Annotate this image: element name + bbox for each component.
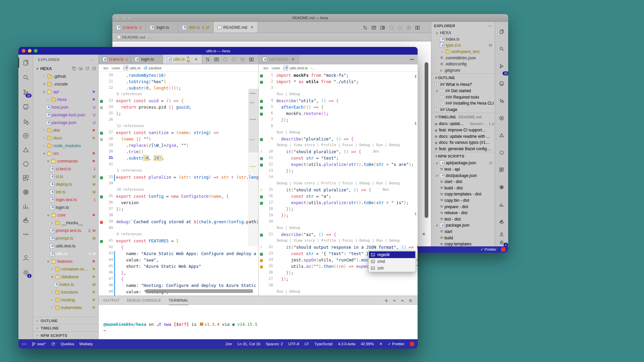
code-line[interactable]: 39 debug(`Cached config stored at ${chal… — [99, 219, 258, 226]
breadcrumb-item[interactable]: {} sanitize — [145, 66, 162, 70]
code-line[interactable]: 20 .randomBytes(16) — [99, 73, 258, 79]
code-line[interactable]: 37 }); — [99, 206, 258, 213]
editor-tab[interactable]: S utils.ts 4, M ✕ — [163, 55, 202, 64]
code-line[interactable]: 6 mockFs.restore(); — [259, 111, 418, 117]
code-line[interactable]: Debug | View story | Profile | Focus | D… — [259, 143, 418, 149]
tree-item[interactable]: S package.json U — [33, 119, 98, 126]
tree-item[interactable]: ∨ api — [33, 88, 98, 96]
panel-tab[interactable]: TERMINAL — [169, 296, 189, 305]
tree-item[interactable]: › __mocks__ — [33, 219, 98, 227]
tree-item[interactable]: S index.ts — [431, 36, 495, 43]
tab-close-icon[interactable]: ✕ — [291, 57, 294, 62]
code-editor-utils[interactable]: 20 .randomBytes(16) 21 — [99, 72, 258, 296]
github-icon[interactable] — [18, 101, 33, 113]
breadcrumb-item[interactable]: ... — [312, 66, 315, 70]
codelens[interactable]: Debug | View story | Profile | Focus | D… — [276, 238, 400, 242]
tree-item[interactable]: S prompt.ts M — [33, 234, 98, 242]
debug-icon[interactable] — [497, 94, 506, 108]
status-item[interactable]: 42.99% — [361, 342, 374, 346]
new-terminal-icon[interactable] — [384, 298, 389, 303]
terminal-profile-dropdown-icon[interactable] — [392, 298, 397, 303]
markdown-preview-icon[interactable] — [378, 22, 387, 33]
code-line[interactable]: 38 — [99, 213, 258, 219]
code-line[interactable]: 20 references — [99, 187, 258, 194]
tree-item[interactable]: › hosting — [33, 296, 98, 304]
azure-icon[interactable] — [497, 128, 506, 142]
code-line[interactable]: Run | Debug — [259, 226, 418, 232]
status-item[interactable]: Spaces: 2 — [266, 342, 283, 346]
run-forward-icon[interactable] — [230, 55, 238, 64]
azure-icon[interactable] — [18, 144, 33, 156]
code-line[interactable]: 44 value: "swa", — [99, 257, 258, 264]
panel-tab[interactable]: DEBUG CONSOLE — [127, 296, 161, 305]
code-line[interactable]: 41 export const FEATURES = [ — [99, 238, 258, 245]
tree-item[interactable]: S ci.ts M — [33, 173, 98, 180]
breadcrumb-item[interactable]: src — [263, 66, 272, 70]
source-control-icon[interactable]: 33 — [497, 59, 506, 73]
tree-item[interactable]: › hexa — [33, 96, 98, 103]
code-line[interactable]: 24 return process.pid || guuid; — [99, 105, 258, 111]
code-line[interactable]: 22 .substr(0, lenght))(); — [99, 85, 258, 92]
code-line[interactable]: 21 .toString("hex") — [99, 79, 258, 85]
npm-script-item[interactable]: ⚒ build - dist — [431, 185, 495, 191]
timeline-item[interactable]: ◉ docs: fix various typos (#1… — [431, 139, 495, 146]
timeline-item[interactable]: ◉ feat: improve CI support… — [431, 127, 495, 133]
run-icon[interactable] — [238, 55, 247, 64]
maximize-panel-icon[interactable] — [400, 298, 405, 303]
docker-icon[interactable] — [497, 215, 506, 229]
tab-close-icon[interactable]: ✕ — [195, 57, 198, 62]
npm-script-item[interactable]: ∨ S dist/package.json — [431, 172, 495, 179]
code-line[interactable]: 1 import mockFs from "mock-fs"; — [259, 73, 418, 79]
tree-item[interactable]: S deploy.ts M — [33, 180, 98, 188]
traffic-lights[interactable] — [22, 49, 38, 53]
menu-item[interactable]: cmd — [369, 258, 415, 265]
tree-item[interactable]: ∨ commands — [33, 157, 98, 165]
status-item[interactable]: ✕ — [379, 342, 382, 346]
tree-item[interactable]: › kubernetes — [33, 304, 98, 311]
codelens[interactable]: Run | Debug — [276, 130, 300, 134]
tree-item[interactable]: S login.test.ts 1 — [33, 196, 98, 203]
new-file-icon[interactable] — [72, 66, 76, 71]
github-icon[interactable] — [497, 76, 506, 91]
tree-item[interactable]: S prompt.test.ts 2, M — [33, 227, 98, 234]
npm-script-item[interactable]: ⚒ prepare - dist — [431, 203, 495, 210]
code-line[interactable]: 34 — [99, 181, 258, 187]
code-line[interactable]: 36 version — [99, 200, 258, 206]
code-line[interactable]: 7 }); — [259, 117, 418, 124]
close-panel-icon[interactable] — [408, 298, 413, 303]
code-line[interactable]: 9 describe("pluralize", () => { — [259, 136, 418, 143]
book-icon[interactable] — [369, 22, 378, 33]
code-line[interactable]: 42 { — [99, 245, 258, 251]
code-line[interactable]: 10 it("should pluralize", () => { 3ms — [259, 149, 418, 156]
back-explorer-header[interactable]: EXPLORER ⋯ — [431, 22, 495, 30]
breadcrumb-item[interactable]: src — [103, 66, 112, 70]
code-line[interactable]: 45 short: "Azure Static Web Apps" — [99, 264, 258, 270]
npm-script-item[interactable]: ⚒ test - api — [431, 166, 495, 173]
codelens[interactable]: 6 references — [116, 232, 142, 236]
codelens[interactable]: Run | Debug — [276, 289, 300, 293]
timeline-item[interactable]: ◉ feat: generate Bazel config… — [431, 146, 495, 152]
panel-tab[interactable]: OUTPUT — [103, 296, 119, 305]
minimap[interactable] — [248, 89, 258, 246]
npm-script-item[interactable]: ⚒ start - dist — [431, 179, 495, 185]
code-line[interactable]: Run | Debug — [259, 92, 418, 98]
code-line[interactable]: 33 export const pluralize = (str: string… — [99, 175, 258, 181]
code-line[interactable]: 3 — [259, 85, 418, 92]
tree-item[interactable]: ∨ src — [33, 149, 98, 157]
status-item[interactable]: ✓ Prettier — [388, 342, 405, 346]
remote-targets-icon[interactable] — [497, 145, 506, 160]
sync-icon[interactable] — [51, 342, 55, 346]
breadcrumb-item[interactable]: README.md — [117, 35, 149, 39]
codelens[interactable]: 3 references — [116, 168, 142, 172]
breadcrumb-item[interactable]: S utils.ts — [124, 66, 144, 70]
source-control-icon[interactable]: 33 — [18, 86, 33, 98]
settings-gear-icon[interactable]: 1 — [497, 240, 506, 245]
code-line[interactable]: 5 afterEach(() => { — [259, 105, 418, 111]
codelens[interactable]: 20 references — [116, 187, 144, 191]
code-line[interactable]: 46 }, — [99, 270, 258, 277]
status-error-lens-icon[interactable] — [501, 247, 505, 252]
menu-item[interactable]: regedit — [369, 251, 415, 258]
tree-item[interactable]: › node_modules — [33, 142, 98, 149]
tree-item[interactable]: › workspace_test — [431, 49, 495, 55]
code-line[interactable]: 13 }); — [259, 168, 418, 175]
